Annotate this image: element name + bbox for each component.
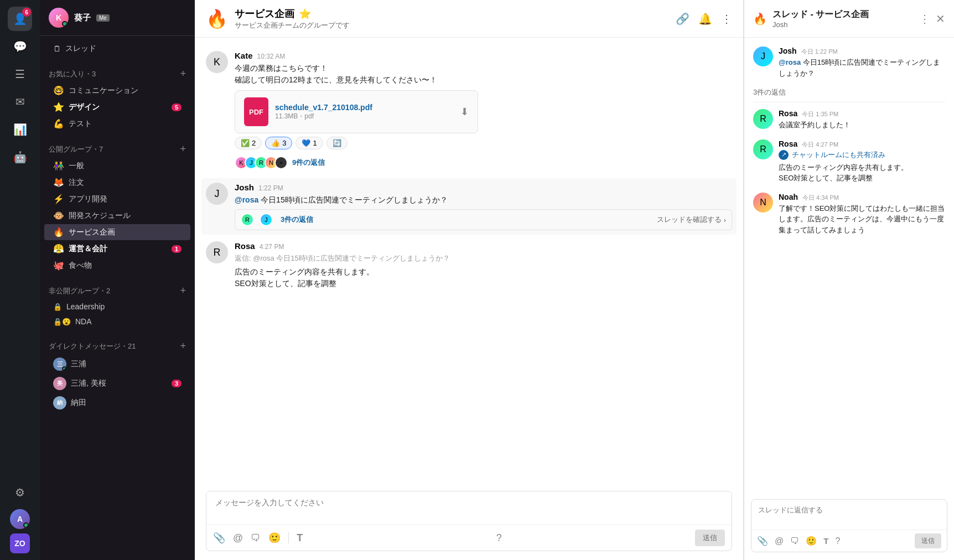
favorites-header: お気に入り・3 + [40, 66, 195, 82]
text-format-icon[interactable]: T [297, 532, 303, 544]
sidebar-item-threads[interactable]: 🗒 スレッド [44, 41, 190, 56]
public-groups-add-button[interactable]: + [180, 143, 186, 155]
bell-icon[interactable]: 🔔 [698, 12, 712, 25]
sidebar-item-leadership[interactable]: 🔒 Leadership [44, 299, 190, 314]
sidebar-username: 葵子 [74, 13, 91, 23]
dm-add-button[interactable]: + [180, 340, 186, 352]
thread-josh-mention: @rosa [779, 58, 801, 66]
message-input[interactable] [206, 491, 732, 522]
thread-text-format-icon[interactable]: T [823, 536, 828, 546]
dm-miura-unread: 3 [172, 380, 182, 387]
channel-description: サービス企画チームのグループです [235, 20, 669, 30]
help-icon[interactable]: ? [496, 532, 502, 544]
thread-link-josh[interactable]: 3件の返信 [281, 215, 313, 225]
notification-badge: 6 [22, 8, 31, 17]
sidebar-item-service-planning[interactable]: 🔥 サービス企画 [44, 224, 190, 240]
channel-header: 🔥 サービス企画 ⭐ サービス企画チームのグループです 🔗 🔔 ⋮ [195, 0, 743, 38]
kate-name: Kate [235, 51, 253, 60]
message-input-area: 📎 @ 🗨 🙂 T ? 送信 [195, 484, 743, 560]
sidebar-item-food[interactable]: 🐙 食べ物 [44, 257, 190, 273]
shared-circle-icon: ↗ [779, 150, 789, 160]
pdf-attachment[interactable]: PDF schedule_v1.7_210108.pdf 11.3MB・pdf … [235, 90, 478, 133]
thread-rosa-avatar-2: R [753, 139, 773, 159]
thread-reply-input[interactable] [751, 500, 947, 527]
private-groups-add-button[interactable]: + [180, 285, 186, 297]
thread-mention-icon[interactable]: @ [775, 536, 784, 546]
message-rosa: R Rosa 4:27 PM 返信: @rosa 今日15時頃に広告関連でミーテ… [206, 237, 732, 294]
header-actions: 🔗 🔔 ⋮ [676, 12, 732, 25]
reaction-refresh[interactable]: 🔄 [326, 137, 348, 149]
dm-noda[interactable]: 納 納田 [44, 393, 190, 412]
input-toolbar: 📎 @ 🗨 🙂 T ? 送信 [206, 525, 732, 551]
user-avatar[interactable]: A [10, 509, 30, 529]
sidebar-item-general[interactable]: 👫 一般 [44, 158, 190, 174]
thread-rosa-text-2: 広告のミーティング内容を共有します。 SEO対策として、記事を調整 [779, 162, 945, 184]
thread-link-kate[interactable]: 9件の返信 [292, 158, 325, 168]
link-icon[interactable]: 🔗 [676, 12, 689, 25]
settings-icon: ⚙ [15, 486, 25, 499]
sidebar-item-order[interactable]: 🦊 注文 [44, 174, 190, 190]
dm-header: ダイレクトメッセージ・21 + [40, 338, 195, 354]
sidebar-item-test[interactable]: 💪 テスト [44, 116, 190, 132]
dm-miura-mio[interactable]: 美 三浦, 美桜 3 [44, 374, 190, 393]
emoji-icon[interactable]: 🙂 [268, 532, 281, 544]
check-view-thread[interactable]: R J 3件の返信 スレッドを確認する › [235, 209, 732, 230]
settings-button[interactable]: ⚙ [8, 480, 32, 505]
thread-noah-avatar: N [753, 193, 773, 212]
reaction-heart[interactable]: 💙 1 [295, 137, 323, 149]
test-emoji: 💪 [53, 118, 64, 129]
sidebar-item-design[interactable]: ⭐ デザイン 5 [44, 99, 190, 115]
nav-chat[interactable]: 💬 [8, 34, 32, 59]
thread-rosa-avatar-1: R [753, 109, 773, 129]
thread-input-area: 📎 @ 🗨 🙂 T ? 送信 [744, 494, 954, 560]
thread-header: 🔥 スレッド - サービス企画 Josh ⋮ ✕ [744, 0, 954, 38]
thread-format-icon[interactable]: 🗨 [790, 536, 799, 546]
nav-robot[interactable]: 🤖 [8, 145, 32, 169]
sidebar-item-operations[interactable]: 😤 運営＆会計 1 [44, 241, 190, 257]
thread-info-kate: K J R N + 9件の返信 [235, 154, 732, 172]
icon-bar: 👤 6 💬 ☰ ✉ 📊 🤖 ⚙ A ZO [0, 0, 40, 560]
send-button[interactable]: 送信 [695, 530, 725, 546]
thread-emoji-icon[interactable]: 🙂 [806, 536, 817, 546]
communication-emoji: 🤓 [53, 85, 64, 96]
more-icon[interactable]: ⋮ [721, 12, 732, 25]
nav-list[interactable]: ☰ [8, 62, 32, 86]
chevron-right-icon: › [724, 216, 726, 224]
reaction-check[interactable]: ✅ 2 [235, 137, 262, 149]
thread-title-area: スレッド - サービス企画 Josh [772, 9, 914, 29]
thread-send-button[interactable]: 送信 [915, 533, 941, 548]
mention-icon[interactable]: @ [233, 532, 243, 544]
reaction-thumbs[interactable]: 👍 3 [265, 137, 292, 149]
rosa-message-content: Rosa 4:27 PM 返信: @rosa 今日15時頃に広告関連でミーティン… [235, 241, 732, 289]
nav-chart[interactable]: 📊 [8, 117, 32, 142]
lock-icon: 🔒 [53, 303, 62, 311]
dm-noda-avatar: 納 [53, 396, 66, 409]
design-unread-badge: 5 [172, 103, 182, 111]
sidebar-item-nda[interactable]: 🔒😮 NDA [44, 314, 190, 329]
dm-miura-avatar: 三 [53, 357, 66, 371]
sidebar-item-dev-schedule[interactable]: 🐵 開発スケジュール [44, 208, 190, 224]
thread-noah-content: Noah 今日 4:34 PM 了解です！SEO対策に関してはわたしも一緒に担当… [779, 193, 945, 236]
sidebar-item-communication[interactable]: 🤓 コミュニケーション [44, 82, 190, 98]
favorites-add-button[interactable]: + [180, 68, 186, 80]
nav-send[interactable]: ✉ [8, 90, 32, 114]
nav-home[interactable]: 👤 6 [8, 7, 32, 31]
sidebar-item-app-dev[interactable]: ⚡ アプリ開発 [44, 191, 190, 207]
thread-josh-content: Josh 今日 1:22 PM @rosa 今日15時頃に広告関連でミーティング… [779, 46, 945, 79]
thread-attach-icon[interactable]: 📎 [757, 536, 768, 546]
format-icon[interactable]: 🗨 [251, 532, 261, 544]
message-josh: J Josh 1:22 PM @rosa 今日15時頃に広告関連でミーティングし… [201, 178, 737, 235]
check-view-right[interactable]: スレッドを確認する › [657, 215, 726, 225]
messages-list: K Kate 10:32 AM 今週の業務はこちらです！ 確認して明日の12時ま… [195, 38, 743, 484]
thread-input-box: 📎 @ 🗨 🙂 T ? 送信 [751, 499, 947, 552]
attach-icon[interactable]: 📎 [213, 532, 225, 544]
thread-noah-text: 了解です！SEO対策に関してはわたしも一緒に担当します。広告のミーティングは、今… [779, 203, 945, 236]
thread-help-icon[interactable]: ? [835, 536, 840, 546]
chart-icon: 📊 [13, 123, 27, 136]
download-icon[interactable]: ⬇ [460, 106, 469, 118]
sidebar-user-header[interactable]: K 葵子 Me [40, 0, 195, 36]
dm-miura[interactable]: 三 三浦 [44, 355, 190, 374]
thread-subtitle: Josh [772, 20, 914, 29]
thread-close-button[interactable]: ✕ [936, 12, 945, 25]
thread-menu-icon[interactable]: ⋮ [919, 12, 930, 25]
